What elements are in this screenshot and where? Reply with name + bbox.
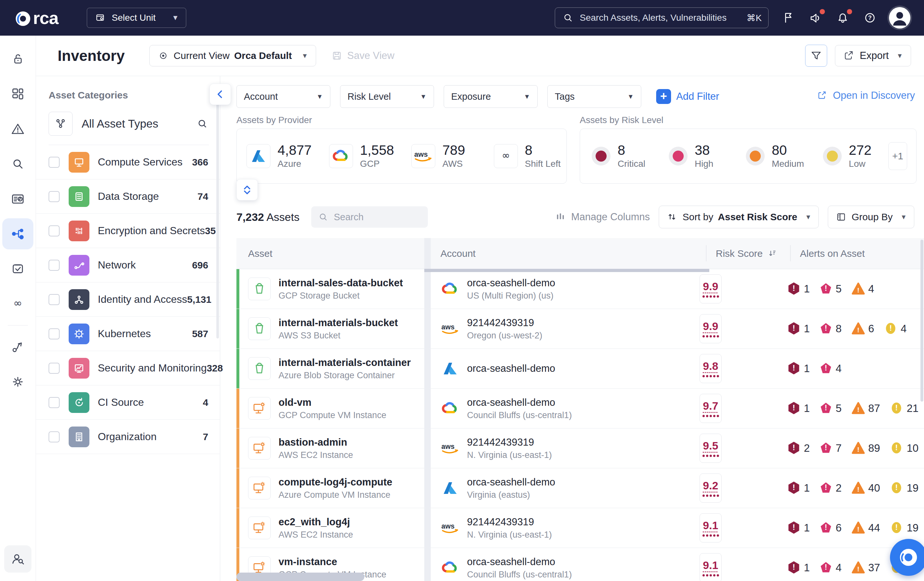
provider-stat-shiftleft[interactable]: ∞8Shift Left xyxy=(484,143,567,169)
current-view-dropdown[interactable]: Current View Orca Default ▼ xyxy=(149,45,316,66)
global-search-input[interactable] xyxy=(579,12,742,23)
risk-score-badge[interactable]: 9.1 xyxy=(700,513,721,543)
table-row-details[interactable]: orca-seashell-demoCouncil Bluffs (us-cen… xyxy=(431,389,924,429)
alert-chip-critical[interactable]: !1 xyxy=(787,521,810,535)
category-row[interactable]: Compute Services366 xyxy=(36,145,220,180)
select-unit-dropdown[interactable]: Select Unit ▼ xyxy=(87,8,186,28)
horizontal-scrollbar-top[interactable] xyxy=(424,269,709,272)
vertical-scrollbar[interactable] xyxy=(921,240,923,401)
account-name[interactable]: 921442439319 xyxy=(467,437,552,448)
table-row[interactable]: bastion-adminAWS EC2 Instance xyxy=(236,429,424,468)
alert-chip-high[interactable]: !5 xyxy=(819,282,842,296)
category-checkbox[interactable] xyxy=(49,363,59,374)
table-row[interactable]: old-vmGCP Compute VM Instance xyxy=(236,389,424,429)
category-checkbox[interactable] xyxy=(49,397,59,408)
manage-columns-button[interactable]: Manage Columns xyxy=(554,211,650,223)
alert-chip-critical[interactable]: !1 xyxy=(787,401,810,416)
asset-name[interactable]: compute-log4j-compute xyxy=(279,476,392,488)
table-row-details[interactable]: aws921442439319N. Virginia (us-east-1)9.… xyxy=(431,508,924,548)
alert-chip-medium[interactable]: !4 xyxy=(851,282,874,296)
account-name[interactable]: orca-seashell-demo xyxy=(467,556,572,568)
filter-dropdown-exposure[interactable]: Exposure▼ xyxy=(444,85,538,108)
table-row-details[interactable]: orca-seashell-demo9.8!1!4 xyxy=(431,349,924,389)
account-name[interactable]: orca-seashell-demo xyxy=(467,363,555,375)
rail-item-dashboard[interactable] xyxy=(2,78,33,109)
rail-item-inventory[interactable] xyxy=(2,218,33,249)
table-row[interactable]: internal-materials-bucketAWS S3 Bucket xyxy=(236,309,424,349)
rail-item-search[interactable] xyxy=(2,149,33,180)
column-header-alerts[interactable]: Alerts on Asset xyxy=(800,248,865,259)
column-header-asset[interactable]: Asset xyxy=(248,248,272,259)
asset-name[interactable]: internal-materials-container xyxy=(279,357,411,368)
table-row[interactable]: ec2_with_log4jAWS EC2 Instance xyxy=(236,508,424,548)
search-icon[interactable] xyxy=(196,117,209,130)
collapse-sidebar-button[interactable] xyxy=(210,84,231,105)
global-search[interactable]: ⌘K xyxy=(555,7,769,28)
risk-score-badge[interactable]: 9.1 xyxy=(700,553,721,581)
category-row[interactable]: Encryption and Secrets35 xyxy=(36,214,220,248)
alert-chip-medium[interactable]: !40 xyxy=(851,481,880,495)
notifications-icon[interactable] xyxy=(835,10,850,25)
category-row[interactable]: CI Source4 xyxy=(36,385,220,420)
export-button[interactable]: Export ▼ xyxy=(835,45,911,66)
add-filter-button[interactable]: +Add Filter xyxy=(656,89,719,104)
asset-name[interactable]: bastion-admin xyxy=(279,437,353,448)
alert-chip-high[interactable]: !5 xyxy=(819,401,842,416)
risk-stat-medium[interactable]: 80Medium xyxy=(734,143,811,169)
risk-overflow-badge[interactable]: +1 xyxy=(888,142,907,170)
risk-score-badge[interactable]: 9.9 xyxy=(700,314,721,343)
alert-chip-critical[interactable]: !1 xyxy=(787,561,810,575)
alert-chip-low[interactable]: !19 xyxy=(890,481,919,495)
account-name[interactable]: orca-seashell-demo xyxy=(467,397,572,408)
table-row-details[interactable]: orca-seashell-demoVirginia (eastus)9.2!1… xyxy=(431,468,924,508)
alert-chip-critical[interactable]: !1 xyxy=(787,481,810,495)
category-checkbox[interactable] xyxy=(49,225,59,236)
account-name[interactable]: orca-seashell-demo xyxy=(467,277,555,289)
alert-chip-high[interactable]: !2 xyxy=(819,481,842,495)
asset-name[interactable]: internal-materials-bucket xyxy=(279,317,398,329)
rail-item-user-audit[interactable] xyxy=(4,545,31,573)
category-row[interactable]: Kubernetes587 xyxy=(36,317,220,351)
table-row[interactable]: compute-log4j-computeAzure Compute VM In… xyxy=(236,468,424,508)
category-checkbox[interactable] xyxy=(49,328,59,339)
table-row-details[interactable]: aws921442439319Oregon (us-west-2)9.9!1!8… xyxy=(431,309,924,349)
column-header-risk-score[interactable]: Risk Score xyxy=(716,248,778,259)
alert-chip-high[interactable]: !8 xyxy=(819,322,842,336)
risk-score-badge[interactable]: 9.2 xyxy=(700,474,721,503)
alert-chip-high[interactable]: !7 xyxy=(819,441,842,456)
category-checkbox[interactable] xyxy=(49,431,59,442)
save-view-button[interactable]: Save View xyxy=(331,50,394,61)
asset-name[interactable]: vm-instance xyxy=(279,556,386,568)
alert-chip-low[interactable]: !21 xyxy=(890,401,919,416)
alert-chip-medium[interactable]: !6 xyxy=(851,322,874,336)
sort-by-button[interactable]: Sort by Asset Risk Score ▼ xyxy=(659,206,819,228)
open-in-discovery-link[interactable]: Open in Discovery xyxy=(817,90,915,101)
risk-score-badge[interactable]: 9.7 xyxy=(700,394,721,423)
rail-item-reports[interactable] xyxy=(2,183,33,215)
asset-name[interactable]: ec2_with_log4j xyxy=(279,516,353,528)
orca-logo[interactable]: rca xyxy=(13,8,58,27)
filter-dropdown-account[interactable]: Account▼ xyxy=(236,85,330,108)
provider-stat-gcp[interactable]: 1,558GCP xyxy=(319,143,402,169)
alert-chip-low[interactable]: !4 xyxy=(884,322,906,336)
table-row-details[interactable]: orca-seashell-demoUS (Multi Region) (us)… xyxy=(431,269,924,309)
category-checkbox[interactable] xyxy=(49,157,59,168)
account-name[interactable]: 921442439319 xyxy=(467,317,543,329)
account-name[interactable]: orca-seashell-demo xyxy=(467,476,555,488)
risk-stat-critical[interactable]: 8Critical xyxy=(580,143,657,169)
asset-name[interactable]: old-vm xyxy=(279,397,386,408)
risk-stat-low[interactable]: 272Low xyxy=(811,143,888,169)
alert-chip-high[interactable]: !4 xyxy=(819,361,842,376)
alert-chip-critical[interactable]: !2 xyxy=(787,441,810,456)
rail-item-settings[interactable] xyxy=(2,366,33,397)
risk-score-badge[interactable]: 9.5 xyxy=(700,434,721,463)
alert-chip-high[interactable]: !4 xyxy=(819,561,842,575)
rail-item-unlock[interactable] xyxy=(2,43,33,74)
rail-item-compliance[interactable] xyxy=(2,253,33,284)
alert-chip-high[interactable]: !6 xyxy=(819,521,842,535)
table-search[interactable] xyxy=(311,206,428,228)
provider-stat-aws[interactable]: aws789AWS xyxy=(402,143,484,169)
rail-item-shiftleft[interactable]: ∞ xyxy=(2,288,33,319)
flag-icon[interactable] xyxy=(781,10,796,25)
alert-chip-low[interactable]: !10 xyxy=(890,441,919,456)
